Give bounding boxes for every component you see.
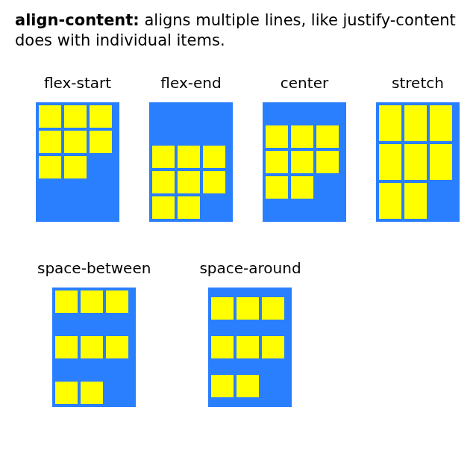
flex-item xyxy=(106,336,128,358)
example-label: flex-end xyxy=(160,74,221,92)
flex-item xyxy=(203,171,225,193)
flex-container xyxy=(52,288,136,407)
flex-item xyxy=(64,131,87,153)
example-stretch: stretch xyxy=(376,74,460,222)
flex-item xyxy=(404,144,427,180)
flex-item xyxy=(178,171,200,193)
flex-item xyxy=(90,105,112,128)
flex-item xyxy=(379,183,401,219)
flex-item xyxy=(262,336,284,358)
heading-property: align-content: xyxy=(15,11,140,29)
flex-item xyxy=(316,125,339,148)
flex-item xyxy=(430,144,452,180)
example-flex-end: flex-end xyxy=(149,74,233,222)
flex-item xyxy=(266,151,288,173)
heading: align-content: aligns multiple lines, li… xyxy=(15,10,461,52)
flex-item xyxy=(152,196,175,219)
flex-item xyxy=(106,290,128,313)
flex-item xyxy=(64,105,87,128)
flex-item xyxy=(379,144,401,180)
example-center: center xyxy=(263,74,346,222)
flex-item xyxy=(81,382,103,404)
flex-item xyxy=(90,131,112,153)
flex-item xyxy=(203,146,225,168)
flex-item xyxy=(81,336,103,358)
flex-item xyxy=(39,131,61,153)
flex-item xyxy=(211,336,234,358)
examples-container: flex-startflex-endcenterstretch space-be… xyxy=(15,74,461,407)
flex-item xyxy=(266,125,288,148)
flex-item xyxy=(316,151,339,173)
flex-item xyxy=(262,297,284,320)
flex-item xyxy=(152,146,175,168)
flex-item xyxy=(379,105,401,141)
flex-container xyxy=(376,102,460,222)
flex-container xyxy=(263,102,346,222)
example-label: stretch xyxy=(392,74,444,92)
flex-item xyxy=(39,156,61,178)
flex-item xyxy=(55,336,78,358)
flex-item xyxy=(178,146,200,168)
flex-item xyxy=(430,105,452,141)
example-label: space-around xyxy=(199,259,301,277)
flex-item xyxy=(64,156,87,178)
example-space-between: space-between xyxy=(37,259,151,407)
flex-item xyxy=(39,105,61,128)
flex-item xyxy=(404,105,427,141)
flex-item xyxy=(81,290,103,313)
flex-item xyxy=(237,375,259,397)
flex-item xyxy=(55,290,78,313)
flex-item xyxy=(211,375,234,397)
flex-item xyxy=(404,183,427,219)
flex-container xyxy=(36,102,119,222)
flex-item xyxy=(237,297,259,320)
flex-item xyxy=(55,382,78,404)
flex-item xyxy=(291,151,313,173)
example-label: flex-start xyxy=(44,74,111,92)
flex-item xyxy=(211,297,234,320)
example-space-around: space-around xyxy=(199,259,301,407)
flex-container xyxy=(149,102,233,222)
flex-item xyxy=(291,176,313,199)
example-label: space-between xyxy=(37,259,151,277)
examples-row-2: space-betweenspace-around xyxy=(15,259,461,407)
examples-row-1: flex-startflex-endcenterstretch xyxy=(15,74,461,222)
example-flex-start: flex-start xyxy=(36,74,119,222)
example-label: center xyxy=(281,74,328,92)
flex-item xyxy=(152,171,175,193)
flex-item xyxy=(178,196,200,219)
flex-container xyxy=(208,288,292,407)
flex-item xyxy=(266,176,288,199)
flex-item xyxy=(237,336,259,358)
flex-item xyxy=(291,125,313,148)
